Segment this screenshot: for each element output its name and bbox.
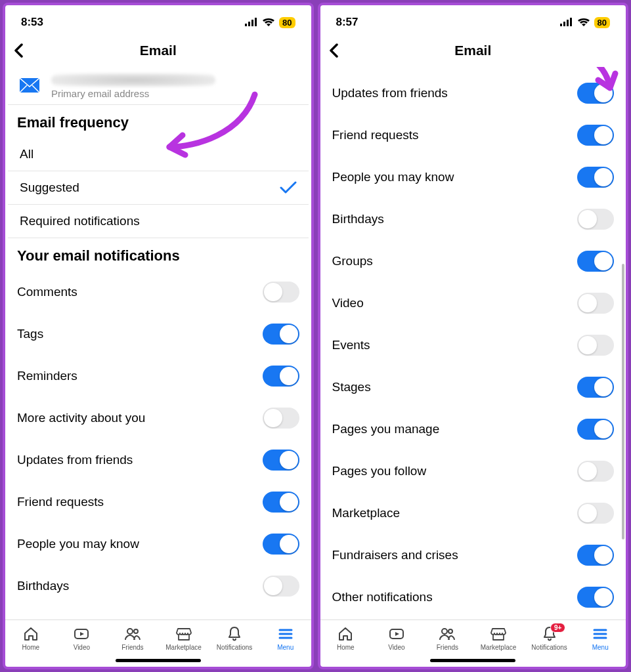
toggle-row-r5: Video [320, 282, 626, 324]
toggle-switch[interactable] [577, 167, 614, 188]
toggle-row-l4: Updates from friends [5, 439, 311, 481]
content-area[interactable]: Updates from friendsFriend requestsPeopl… [320, 67, 626, 620]
home-indicator[interactable] [5, 654, 311, 667]
toggle-switch[interactable] [263, 366, 299, 387]
option-label: Required notifications [20, 214, 140, 228]
nav-label: Marketplace [481, 644, 516, 651]
toggle-label: Reminders [17, 369, 77, 383]
frequency-option-all[interactable]: All [8, 138, 309, 171]
your-email-notifications-heading: Your email notifications [5, 238, 311, 271]
nav-label: Menu [277, 644, 294, 651]
nav-item-menu[interactable]: Menu [575, 625, 626, 651]
toggle-label: Birthdays [332, 212, 384, 226]
nav-label: Friends [121, 644, 143, 651]
svg-rect-8 [563, 22, 565, 26]
frequency-option-suggested[interactable]: Suggested [8, 171, 309, 205]
toggle-switch[interactable] [577, 83, 614, 104]
toggle-switch[interactable] [577, 587, 614, 608]
back-button[interactable] [13, 43, 25, 58]
toggle-switch[interactable] [577, 125, 614, 146]
wifi-icon [577, 18, 590, 27]
checkmark-icon [280, 181, 297, 194]
nav-item-marketplace[interactable]: Marketplace [158, 625, 209, 651]
toggle-row-r1: Friend requests [320, 114, 626, 156]
toggle-switch[interactable] [577, 419, 614, 440]
content-area[interactable]: Primary email address Email frequency Al… [5, 67, 311, 620]
footer-note: i These settings will not affect the not… [320, 618, 626, 620]
email-frequency-heading: Email frequency [5, 105, 311, 138]
toggle-switch[interactable] [577, 545, 614, 566]
toggle-label: Birthdays [17, 579, 69, 593]
svg-rect-3 [255, 18, 257, 26]
page-title: Email [16, 43, 301, 58]
nav-item-menu[interactable]: Menu [260, 625, 311, 651]
toggle-row-l6: People you may know [5, 523, 311, 565]
toggle-switch[interactable] [577, 251, 614, 272]
toggle-label: Marketplace [332, 506, 401, 520]
nav-item-notifications[interactable]: Notifications9+ [524, 625, 575, 651]
svg-rect-2 [251, 20, 253, 26]
scroll-indicator[interactable] [622, 264, 624, 539]
toggle-switch[interactable] [577, 461, 614, 482]
toggle-switch[interactable] [263, 282, 299, 303]
page-title: Email [331, 43, 616, 58]
toggle-row-r12: Other notifications [320, 576, 626, 618]
toggle-switch[interactable] [577, 335, 614, 356]
toggle-switch[interactable] [577, 293, 614, 314]
nav-item-video[interactable]: Video [371, 625, 422, 651]
toggle-row-r9: Pages you follow [320, 450, 626, 492]
toggle-label: Fundraisers and crises [332, 548, 458, 562]
nav-item-marketplace[interactable]: Marketplace [473, 625, 524, 651]
toggle-row-r2: People you may know [320, 156, 626, 198]
nav-item-friends[interactable]: Friends [107, 625, 158, 651]
toggle-switch[interactable] [577, 503, 614, 524]
menu-icon [277, 625, 294, 642]
toggle-switch[interactable] [263, 324, 299, 345]
toggle-label: Pages you manage [332, 422, 440, 436]
bell-icon [226, 625, 243, 642]
friends-icon [439, 625, 456, 642]
nav-header: Email [320, 34, 626, 67]
nav-header: Email [5, 34, 311, 67]
frequency-option-required[interactable]: Required notifications [8, 205, 309, 238]
nav-item-home[interactable]: Home [5, 625, 56, 651]
nav-item-notifications[interactable]: Notifications [209, 625, 260, 651]
toggle-row-r10: Marketplace [320, 492, 626, 534]
toggle-row-r6: Events [320, 324, 626, 366]
nav-label: Friends [437, 644, 458, 651]
toggle-switch[interactable] [577, 209, 614, 230]
toggle-row-l3: More activity about you [5, 397, 311, 439]
toggle-label: Friend requests [17, 495, 104, 509]
toggle-switch[interactable] [263, 492, 299, 513]
toggle-label: Updates from friends [17, 453, 133, 467]
status-bar: 8:57 80 [320, 5, 626, 34]
toggle-switch[interactable] [263, 408, 299, 429]
toggle-label: Comments [17, 285, 77, 299]
toggle-switch[interactable] [263, 534, 299, 555]
back-button[interactable] [328, 43, 340, 58]
toggle-row-l0: Comments [5, 271, 311, 313]
toggle-label: Video [332, 296, 364, 310]
cellular-signal-icon [245, 18, 258, 27]
status-time: 8:57 [336, 16, 359, 29]
bottom-nav: HomeVideoFriendsMarketplaceNotifications… [5, 620, 311, 654]
battery-level-badge: 80 [279, 17, 295, 28]
svg-rect-1 [248, 22, 250, 26]
nav-label: Home [22, 644, 39, 651]
toggle-label: People you may know [332, 170, 454, 184]
email-address-redacted [51, 74, 215, 87]
home-indicator[interactable] [320, 654, 626, 667]
status-time: 8:53 [21, 16, 43, 29]
nav-item-home[interactable]: Home [320, 625, 372, 651]
primary-email-row[interactable]: Primary email address [8, 67, 309, 105]
video-icon [388, 625, 405, 642]
svg-rect-0 [245, 24, 247, 26]
toggle-label: More activity about you [17, 411, 145, 425]
toggle-switch[interactable] [577, 377, 614, 398]
nav-item-video[interactable]: Video [56, 625, 108, 651]
toggle-switch[interactable] [263, 450, 299, 471]
nav-item-friends[interactable]: Friends [422, 625, 473, 651]
svg-rect-10 [570, 18, 572, 26]
toggle-row-l2: Reminders [5, 355, 311, 397]
toggle-switch[interactable] [263, 576, 299, 597]
